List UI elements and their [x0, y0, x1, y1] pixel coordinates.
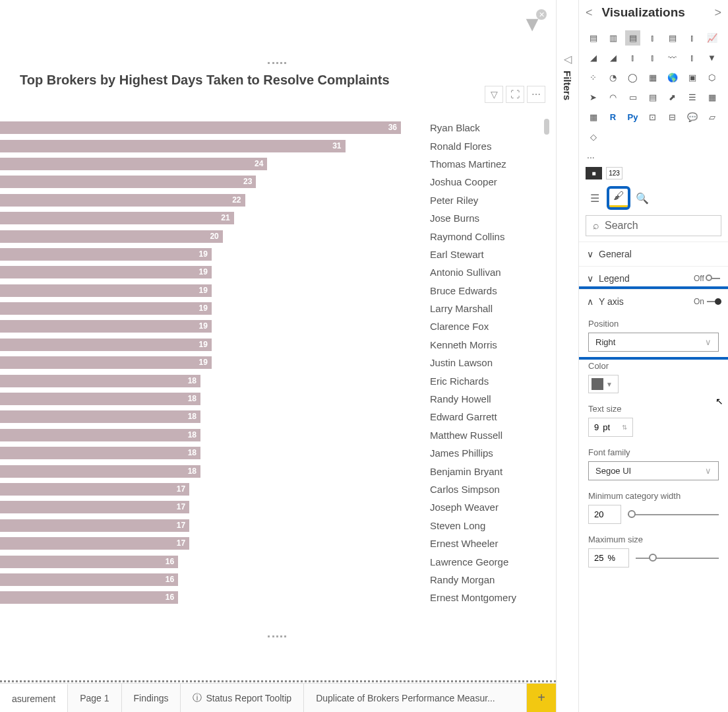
value-chip[interactable]: 123: [606, 167, 622, 179]
100-stacked-column-icon[interactable]: ⫿: [684, 30, 700, 46]
field-well-chip[interactable]: ■: [586, 167, 602, 179]
power-apps-icon[interactable]: ◇: [586, 129, 601, 145]
report-canvas: ▼✕ Top Brokers by Highest Days Taken to …: [0, 0, 556, 712]
waterfall-icon[interactable]: ⫿: [684, 50, 700, 65]
more-visuals[interactable]: ...: [579, 150, 728, 160]
font-family-label: Font family: [588, 447, 719, 457]
page-tabs: asurement Page 1 Findings ⓘStatus Report…: [0, 683, 556, 712]
page-tab[interactable]: Findings: [122, 684, 181, 712]
matrix-icon[interactable]: ▦: [586, 110, 601, 125]
search-icon: ⌕: [593, 220, 599, 232]
expand-filters-icon[interactable]: ◁: [557, 53, 578, 65]
chevron-down-icon: ∨: [587, 273, 593, 284]
azure-map-icon[interactable]: ➤: [586, 90, 601, 105]
page-tab[interactable]: Page 1: [68, 684, 121, 712]
maximum-size-label: Maximum size: [588, 534, 719, 544]
y-axis-toggle[interactable]: On: [694, 297, 720, 306]
filter-applied-icon[interactable]: ▼✕: [522, 12, 543, 36]
section-legend[interactable]: ∨Legend Off: [579, 266, 728, 290]
section-general[interactable]: ∨General: [579, 242, 728, 266]
position-select[interactable]: Right ∨: [588, 333, 719, 352]
treemap-icon[interactable]: ▦: [645, 70, 660, 85]
format-tab-icon[interactable]: 🖌: [609, 189, 628, 207]
search-placeholder: Search: [605, 220, 638, 232]
page-tab[interactable]: ⓘStatus Report Tooltip: [181, 684, 304, 712]
min-category-width-slider[interactable]: [628, 514, 719, 515]
chevron-down-icon: ∨: [705, 466, 712, 476]
color-label: Color: [588, 361, 719, 371]
multi-row-card-icon[interactable]: ▤: [645, 90, 660, 105]
maximum-size-input[interactable]: 25 %: [588, 548, 629, 567]
section-y-axis[interactable]: ∧Y axis On: [579, 289, 728, 313]
clustered-bar-icon[interactable]: ▤: [625, 30, 640, 46]
qa-visual-icon[interactable]: 💬: [684, 110, 700, 125]
stepper-icon[interactable]: ⇅: [622, 424, 627, 431]
pie-chart-icon[interactable]: ◔: [605, 70, 621, 85]
min-category-width-input[interactable]: 20: [588, 505, 621, 524]
min-category-width-label: Minimum category width: [588, 491, 719, 501]
chevron-down-icon: ∨: [705, 337, 712, 347]
text-size-label: Text size: [588, 404, 719, 414]
100-stacked-bar-icon[interactable]: ▤: [665, 30, 680, 46]
chevron-down-icon: ∨: [587, 249, 593, 259]
map-icon[interactable]: 🌎: [665, 70, 680, 85]
r-visual-icon[interactable]: R: [605, 110, 621, 125]
clustered-column-icon[interactable]: ⫿: [645, 30, 660, 46]
format-search[interactable]: ⌕ Search: [586, 215, 721, 236]
position-label: Position: [588, 319, 719, 329]
stacked-bar-icon[interactable]: ▤: [586, 30, 601, 46]
stacked-column-icon[interactable]: ▥: [605, 30, 621, 46]
shape-map-icon[interactable]: ⬡: [704, 70, 719, 85]
tooltip-icon: ⓘ: [193, 692, 202, 704]
line-chart-icon[interactable]: 📈: [704, 30, 719, 46]
font-family-select[interactable]: Segoe UI ∨: [588, 461, 719, 480]
table-icon[interactable]: ▦: [704, 90, 719, 105]
filled-map-icon[interactable]: ▣: [684, 70, 700, 85]
funnel-icon[interactable]: ▼: [704, 50, 719, 65]
page-tab[interactable]: asurement: [0, 684, 68, 712]
analytics-tab-icon[interactable]: 🔍: [633, 189, 652, 207]
decomposition-tree-icon[interactable]: ⊟: [665, 110, 680, 125]
stacked-area-icon[interactable]: ◢: [605, 50, 621, 65]
scatter-icon[interactable]: ⁘: [586, 70, 601, 85]
visualizations-pane: < Visualizations > ▤ ▥ ▤ ⫿ ▤ ⫿ 📈 ◢ ◢ ⫿ ⫿…: [578, 0, 728, 712]
ribbon-chart-icon[interactable]: 〰: [665, 50, 680, 65]
color-picker[interactable]: ▼: [588, 375, 619, 393]
filters-label: Filters: [562, 71, 573, 100]
pane-forward-icon[interactable]: >: [714, 6, 721, 20]
python-visual-icon[interactable]: Py: [625, 110, 640, 125]
add-page-button[interactable]: +: [527, 684, 556, 712]
card-icon[interactable]: ▭: [625, 90, 640, 105]
page-tab[interactable]: Duplicate of Brokers Performance Measur.…: [304, 684, 527, 712]
area-chart-icon[interactable]: ◢: [586, 50, 601, 65]
clear-filter-icon[interactable]: ✕: [536, 9, 547, 20]
cursor-icon: ↖: [715, 396, 723, 406]
visual-type-gallery: ▤ ▥ ▤ ⫿ ▤ ⫿ 📈 ◢ ◢ ⫿ ⫿ 〰 ⫿ ▼ ⁘ ◔ ◯ ▦ 🌎 ▣ …: [579, 25, 728, 150]
pane-back-icon[interactable]: <: [586, 6, 593, 20]
slicer-icon[interactable]: ☰: [684, 90, 700, 105]
text-size-input[interactable]: 9 pt ⇅: [588, 418, 633, 437]
line-stacked-column-icon[interactable]: ⫿: [625, 50, 640, 65]
kpi-icon[interactable]: ⬈: [665, 90, 680, 105]
maximum-size-slider[interactable]: [636, 558, 719, 559]
chevron-up-icon: ∧: [587, 296, 593, 307]
gauge-icon[interactable]: ◠: [605, 90, 621, 105]
visualizations-title: Visualizations: [602, 5, 715, 20]
paginated-report-icon[interactable]: ▱: [704, 110, 719, 125]
line-clustered-column-icon[interactable]: ⫿: [645, 50, 660, 65]
legend-toggle[interactable]: Off: [694, 274, 720, 283]
key-influencers-icon[interactable]: ⊡: [645, 110, 660, 125]
donut-chart-icon[interactable]: ◯: [625, 70, 640, 85]
fields-tab-icon[interactable]: ☰: [586, 189, 604, 207]
filters-pane-collapsed[interactable]: ◁ Filters: [556, 0, 578, 712]
